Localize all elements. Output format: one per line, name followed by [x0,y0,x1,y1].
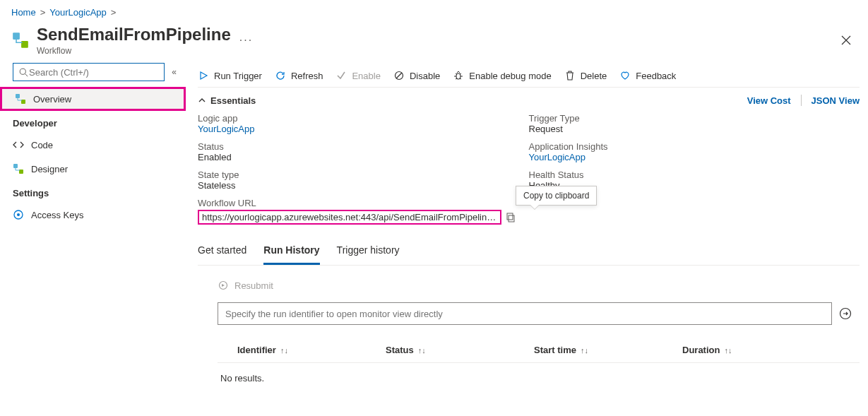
state-type-value: Stateless [198,180,529,191]
breadcrumb: Home > YourLogicApp > [0,0,868,22]
essentials-toggle[interactable]: Essentials View Cost JSON View [198,95,860,106]
tab-trigger-history[interactable]: Trigger history [337,237,400,265]
sidebar-section-settings: Settings [0,181,184,203]
play-icon [198,70,209,81]
page-title: SendEmailFromPipeline [37,25,231,44]
trigger-type-label: Trigger Type [529,113,860,124]
copy-tooltip: Copy to clipboard [516,186,597,206]
svg-rect-0 [13,32,20,40]
svg-point-2 [20,69,25,74]
code-icon [13,139,24,150]
sort-icon: ↑↓ [418,346,426,355]
debug-button[interactable]: Enable debug mode [453,70,551,81]
svg-line-18 [460,78,461,79]
sort-icon: ↑↓ [581,346,588,355]
divider [801,95,802,106]
more-menu-icon[interactable]: ··· [239,34,253,47]
status-label: Status [198,141,529,152]
chevron-right-icon: > [40,7,46,18]
run-trigger-button[interactable]: Run Trigger [198,70,262,81]
search-icon [18,66,29,78]
run-history-panel: Resubmit Identifier↑↓ Status↑↓ Start tim… [198,266,860,384]
sort-icon: ↑↓ [724,346,732,355]
svg-point-12 [456,73,460,79]
search-input-container[interactable] [13,63,165,81]
svg-line-17 [456,78,457,79]
go-icon[interactable] [839,307,852,320]
logic-app-label: Logic app [198,113,529,124]
svg-line-15 [456,73,457,74]
column-status[interactable]: Status↑↓ [386,345,534,355]
designer-icon [13,163,24,174]
trigger-type-value: Request [529,124,860,134]
chevron-right-icon: > [111,7,117,18]
svg-rect-6 [13,164,18,168]
column-duration[interactable]: Duration↑↓ [682,345,831,355]
column-identifier[interactable]: Identifier↑↓ [237,345,386,355]
bug-icon [453,70,464,81]
main-content: Run Trigger Refresh Enable Disable Enabl… [184,63,868,384]
logic-app-link[interactable]: YourLogicApp [198,124,254,134]
search-input[interactable] [29,67,160,78]
sidebar-item-overview[interactable]: Overview [0,87,186,111]
svg-line-11 [396,73,402,78]
workflow-url-value[interactable]: https://yourlogicapp.azurewebsites.net:4… [198,210,501,225]
svg-line-16 [460,73,461,74]
workflow-icon [15,93,26,105]
disable-button[interactable]: Disable [393,70,440,81]
refresh-icon [275,70,286,81]
app-insights-link[interactable]: YourLogicApp [529,152,585,162]
breadcrumb-app[interactable]: YourLogicApp [49,7,106,18]
resubmit-button: Resubmit [218,280,273,291]
health-status-label: Health Status [529,170,860,180]
sidebar-item-label: Access Keys [31,210,83,220]
table-header: Identifier↑↓ Status↑↓ Start time↑↓ Durat… [218,325,860,363]
delete-button[interactable]: Delete [564,70,607,81]
sidebar-item-label: Overview [33,94,71,105]
tabs: Get started Run History Trigger history [198,237,860,266]
essentials-panel: Essentials View Cost JSON View Logic app… [198,88,860,229]
no-results-text: No results. [218,363,860,384]
page-header: SendEmailFromPipeline Workflow ··· [0,22,868,63]
state-type-label: State type [198,170,529,180]
sidebar-item-code[interactable]: Code [0,133,184,157]
page-subtitle: Workflow [37,46,231,56]
heart-icon [619,70,631,81]
status-value: Enabled [198,152,529,162]
tab-get-started[interactable]: Get started [198,237,246,265]
sidebar-section-developer: Developer [0,111,184,133]
feedback-button[interactable]: Feedback [619,70,676,81]
command-bar: Run Trigger Refresh Enable Disable Enabl… [198,63,860,88]
disable-icon [393,70,405,81]
svg-line-3 [25,73,28,76]
close-icon[interactable] [836,32,857,48]
key-icon [13,209,24,220]
sidebar-item-access-keys[interactable]: Access Keys [0,203,184,227]
resubmit-icon [218,280,229,291]
sort-icon: ↑↓ [280,346,288,355]
svg-rect-20 [507,213,513,220]
collapse-sidebar-icon[interactable]: « [172,67,177,77]
svg-rect-19 [509,215,514,222]
column-start-time[interactable]: Start time↑↓ [534,345,682,355]
breadcrumb-home[interactable]: Home [11,7,36,18]
workflow-url-label: Workflow URL [198,198,529,208]
workflow-icon [11,31,30,49]
svg-point-9 [17,213,20,216]
enable-button: Enable [335,70,380,81]
refresh-button[interactable]: Refresh [275,70,323,81]
view-cost-link[interactable]: View Cost [747,95,791,106]
svg-rect-4 [16,94,20,98]
sidebar: « Overview Developer Code Designer Setti… [0,63,184,384]
json-view-link[interactable]: JSON View [811,95,860,106]
sidebar-item-designer[interactable]: Designer [0,157,184,181]
trash-icon [564,70,576,81]
tab-run-history[interactable]: Run History [263,237,319,265]
run-identifier-input[interactable] [218,302,832,325]
copy-icon[interactable] [506,213,516,222]
check-icon [335,70,347,81]
sidebar-item-label: Code [31,140,53,150]
sidebar-item-label: Designer [31,164,68,174]
chevron-up-icon [198,96,206,105]
app-insights-label: Application Insights [529,141,860,152]
